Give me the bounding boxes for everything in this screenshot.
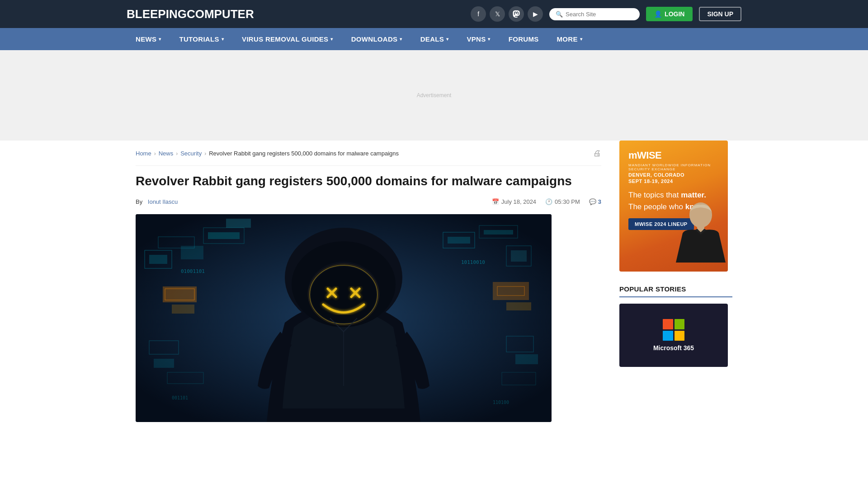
author-prefix: By [136,198,142,205]
signup-button[interactable]: SIGN UP [699,7,741,21]
downloads-dropdown-arrow: ▾ [400,37,402,42]
virus-dropdown-arrow: ▾ [330,37,333,42]
breadcrumb-sep-3: › [204,150,206,157]
site-logo[interactable]: BLEEPINGCOMPUTER [127,7,254,21]
nav-tutorials[interactable]: TUTORIALS ▾ [170,28,233,50]
search-input[interactable] [566,11,633,18]
svg-point-29 [311,267,376,323]
header-right: f 𝕏 ▶ 🔍 👤 LOGIN SIGN UP [471,6,741,22]
breadcrumb-home[interactable]: Home [136,150,151,157]
breadcrumb-security[interactable]: Security [180,150,202,157]
nav-more[interactable]: MORE ▾ [548,28,592,50]
nav-virus-removal[interactable]: VIRUS REMOVAL GUIDES ▾ [233,28,342,50]
svg-text:110100: 110100 [493,400,509,405]
top-ad-banner: Advertisement [0,50,868,141]
sidebar: mWISE MANDIANT WORLDWIDE INFORMATION SEC… [619,141,732,422]
breadcrumb-sep-2: › [176,150,178,157]
article-date: 📅 July 18, 2024 [492,198,536,205]
user-icon: 👤 [654,10,662,18]
svg-rect-21 [154,359,174,368]
nav-forums[interactable]: FORUMS [500,28,548,50]
article-title: Revolver Rabbit gang registers 500,000 d… [136,173,601,189]
main-navbar: NEWS ▾ TUTORIALS ▾ VIRUS REMOVAL GUIDES … [0,28,868,50]
svg-rect-2 [149,255,167,264]
svg-rect-16 [172,305,194,314]
popular-story-image[interactable]: Microsoft 365 [619,304,728,367]
deals-dropdown-arrow: ▾ [446,37,448,42]
svg-rect-24 [515,354,538,364]
author-link[interactable]: Ionut Ilascu [148,198,178,205]
clock-icon: 🕐 [545,198,552,205]
article-area: Home › News › Security › Revolver Rabbit… [136,141,601,422]
more-dropdown-arrow: ▾ [580,37,582,42]
article-hero-image: 01001101 10110010 001101 110100 [136,214,552,422]
ad-logo: mWISE [628,150,719,161]
breadcrumb: Home › News › Security › Revolver Rabbit… [136,141,601,166]
svg-rect-7 [226,219,251,228]
site-header: BLEEPINGCOMPUTER f 𝕏 ▶ 🔍 👤 LOGIN SIGN UP [0,0,868,28]
ad-location: DENVER, COLORADO [628,172,719,178]
breadcrumb-news[interactable]: News [159,150,174,157]
svg-rect-11 [484,230,513,235]
article-meta-right: 📅 July 18, 2024 🕐 05:30 PM 💬 3 [492,198,601,205]
microsoft-365-logo: Microsoft 365 [653,319,694,352]
article-meta: By Ionut Ilascu 📅 July 18, 2024 🕐 05:30 … [136,198,601,205]
main-container: Home › News › Security › Revolver Rabbit… [118,141,750,422]
tutorials-dropdown-arrow: ▾ [222,37,224,42]
login-button[interactable]: 👤 LOGIN [646,7,693,21]
comments-count: 3 [598,198,601,205]
svg-rect-4 [181,246,203,259]
twitter-icon[interactable]: 𝕏 [490,6,505,22]
ms365-label: Microsoft 365 [653,344,694,352]
article-author: By Ionut Ilascu [136,198,178,205]
search-box[interactable]: 🔍 [549,8,640,20]
breadcrumb-current: Revolver Rabbit gang registers 500,000 d… [209,150,399,157]
print-icon[interactable]: 🖨 [593,149,601,158]
nav-vpns[interactable]: VPNS ▾ [458,28,499,50]
ad-sub: MANDIANT WORLDWIDE INFORMATION SECURITY … [628,163,719,171]
popular-stories-title: POPULAR STORIES [619,285,732,297]
mastodon-icon[interactable] [509,6,524,22]
calendar-icon: 📅 [492,198,499,205]
comment-icon: 💬 [589,198,596,205]
news-dropdown-arrow: ▾ [159,37,161,42]
search-icon: 🔍 [556,11,563,18]
svg-text:10110010: 10110010 [461,259,485,265]
vpns-dropdown-arrow: ▾ [488,37,490,42]
ad-date: SEPT 18-19, 2024 [628,178,719,184]
youtube-icon[interactable]: ▶ [528,6,543,22]
article-time: 🕐 05:30 PM [545,198,580,205]
social-icons: f 𝕏 ▶ [471,6,543,22]
svg-rect-6 [208,232,240,239]
facebook-icon[interactable]: f [471,6,486,22]
breadcrumb-sep-1: › [154,150,156,157]
popular-stories-section: POPULAR STORIES Microsoft 365 [619,285,732,367]
svg-text:01001101: 01001101 [181,268,205,274]
svg-rect-19 [506,302,531,310]
svg-rect-9 [448,237,470,244]
ad-tagline1: The topics that matter. [628,190,719,200]
ad-person-image [674,199,728,272]
nav-downloads[interactable]: DOWNLOADS ▾ [342,28,411,50]
nav-news[interactable]: NEWS ▾ [127,28,170,50]
svg-text:001101: 001101 [172,395,188,400]
sidebar-advertisement[interactable]: mWISE MANDIANT WORLDWIDE INFORMATION SEC… [619,141,728,272]
comments-badge[interactable]: 💬 3 [589,198,601,205]
svg-rect-13 [511,250,527,262]
nav-deals[interactable]: DEALS ▾ [411,28,458,50]
svg-rect-17 [493,282,529,300]
